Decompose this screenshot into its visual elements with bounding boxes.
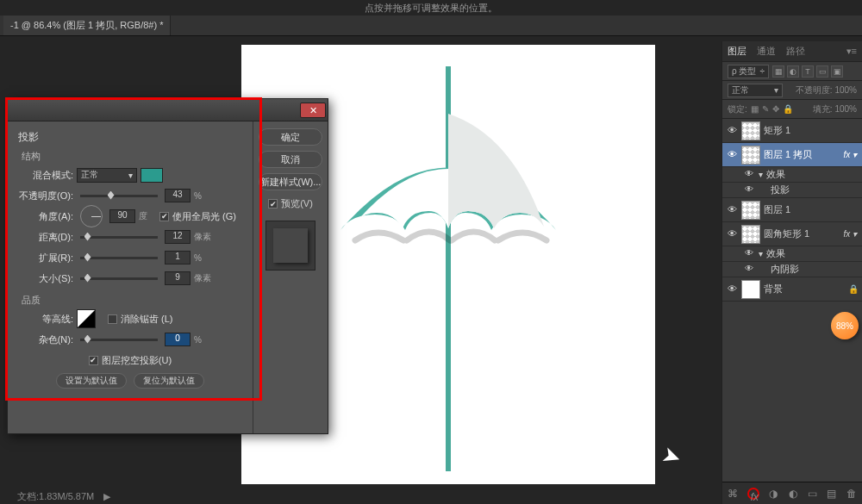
angle-dial[interactable] [80,205,103,227]
fx-badge[interactable]: fx ▾ [843,150,857,159]
visibility-icon[interactable]: 👁 [726,283,738,296]
distance-input[interactable]: 12 [165,230,191,244]
blend-mode-dropdown[interactable]: 正常▾ [77,168,137,183]
doc-size: 文档:1.83M/5.87M [17,491,94,501]
layer-effect-row[interactable]: 👁 内阴影 [722,262,862,277]
zoom-badge[interactable]: 88% [831,312,859,339]
tab-layers[interactable]: 图层 [728,45,746,58]
filter-type-icon[interactable]: T [802,65,814,78]
annotation-arrow: ➤ [658,440,684,472]
visibility-icon[interactable]: 👁 [726,204,738,216]
blend-mode-label: 混合模式: [18,169,73,182]
filter-shape-icon[interactable]: ▭ [816,65,828,78]
tab-paths[interactable]: 路径 [786,45,805,58]
layer-style-dialog: ✕ 投影 结构 混合模式: 正常▾ 不透明度(O): 43 % 角度(A) [7,98,328,434]
antialias-label: 消除锯齿 (L) [121,313,173,326]
size-label: 大小(S): [18,272,73,285]
status-bar: 文档:1.83M/5.87M ▶ [17,488,110,504]
visibility-icon[interactable]: 👁 [743,184,755,196]
size-input[interactable]: 9 [165,271,191,285]
tab-channels[interactable]: 通道 [757,45,776,58]
set-default-button[interactable]: 设置为默认值 [56,373,127,389]
layer-row[interactable]: 👁 图层 1 [722,198,862,222]
layer-row[interactable]: 👁 矩形 1 [722,119,862,143]
dialog-titlebar[interactable]: ✕ [8,99,328,121]
visibility-icon[interactable]: 👁 [726,125,738,137]
global-light-label: 使用全局光 (G) [172,210,236,223]
umbrella-art [323,66,573,480]
blend-opacity-row: 正常▾ 不透明度: 100% [722,81,862,100]
preview-checkbox[interactable] [268,199,278,208]
filter-smart-icon[interactable]: ▣ [831,65,843,78]
noise-label: 杂色(N): [18,333,73,346]
panel-menu-icon[interactable]: ▾≡ [846,46,857,57]
filter-pixel-icon[interactable]: ▦ [772,65,784,78]
cancel-button[interactable]: 取消 [259,151,322,168]
dialog-settings: 投影 结构 混合模式: 正常▾ 不透明度(O): 43 % 角度(A): 90 [8,121,253,433]
layer-row[interactable]: 👁 圆角矩形 1 fx ▾ [722,222,862,246]
add-mask-icon[interactable]: ◑ [768,488,779,500]
new-group-icon[interactable]: ▭ [807,488,818,500]
layer-row[interactable]: 👁 背景 🔒 [722,277,862,302]
visibility-icon[interactable]: 👁 [743,264,755,276]
layer-effect-row[interactable]: 👁 ▾ 效果 [722,167,862,183]
lock-paint-icon[interactable]: ✎ [762,104,769,114]
shadow-color-swatch[interactable] [141,168,163,183]
quality-group: 品质 [18,294,242,307]
link-layers-icon[interactable]: ⌘ [728,488,739,500]
lock-all-icon[interactable]: 🔒 [783,104,793,114]
layer-effect-row[interactable]: 👁 ▾ 效果 [722,246,862,262]
global-light-checkbox[interactable] [159,212,169,221]
layer-row[interactable]: 👁 图层 1 拷贝 fx ▾ [722,143,862,167]
layer-thumb [741,280,760,299]
close-button[interactable]: ✕ [300,103,326,118]
filter-kind-select[interactable]: ρ 类型÷ [728,65,769,78]
visibility-icon[interactable]: 👁 [743,248,755,260]
contour-label: 等高线: [18,313,73,326]
opacity-input[interactable]: 43 [165,189,191,202]
preview-label: 预览(V) [281,197,313,210]
lock-pos-icon[interactable]: ✥ [772,104,779,114]
preview-thumbnail [265,221,315,271]
layer-effect-row[interactable]: 👁 投影 [722,183,862,198]
new-layer-icon[interactable]: ▤ [827,488,838,500]
knockout-checkbox[interactable] [89,356,98,365]
layer-thumb [741,225,760,244]
opacity-label: 不透明度(O): [18,190,73,202]
ok-button[interactable]: 确定 [259,128,322,146]
document-tab[interactable]: -1 @ 86.4% (图层 1 拷贝, RGB/8#) * [3,16,171,35]
delete-layer-icon[interactable]: 🗑 [846,488,857,500]
lock-fill-row: 锁定: ▦ ✎ ✥ 🔒 填充: 100% [722,100,862,119]
lock-icon: 🔒 [848,284,859,294]
filter-adjust-icon[interactable]: ◐ [787,65,799,78]
contour-picker[interactable] [77,309,96,328]
visibility-icon[interactable]: 👁 [743,169,755,181]
new-style-button[interactable]: 新建样式(W)... [259,173,322,190]
lock-trans-icon[interactable]: ▦ [751,104,759,114]
spread-input[interactable]: 1 [165,251,191,264]
hint-text: 点按并拖移可调整效果的位置。 [365,3,497,13]
distance-label: 距离(D): [18,231,73,244]
angle-input[interactable]: 90 [109,209,135,223]
antialias-checkbox[interactable] [108,314,117,324]
document-tabs: -1 @ 86.4% (图层 1 拷贝, RGB/8#) * [0,16,862,36]
size-slider[interactable] [80,277,158,280]
new-adjust-icon[interactable]: ◐ [787,488,798,500]
spread-slider[interactable] [80,257,158,259]
layer-thumb [741,121,760,140]
visibility-icon[interactable]: 👁 [726,149,738,161]
reset-default-button[interactable]: 复位为默认值 [134,373,204,389]
structure-group: 结构 [18,150,242,163]
fx-badge[interactable]: fx ▾ [843,229,857,239]
layers-bottom-toolbar: ⌘ fx ◑ ◐ ▭ ▤ 🗑 [722,482,862,504]
add-fx-icon[interactable]: fx [747,488,759,500]
visibility-icon[interactable]: 👁 [726,228,738,240]
section-title: 投影 [18,130,242,145]
app-hint-bar: 点按并拖移可调整效果的位置。 [0,0,862,16]
distance-slider[interactable] [80,236,158,239]
layer-filter-row: ρ 类型÷ ▦ ◐ T ▭ ▣ [722,62,862,81]
opacity-slider[interactable] [80,195,158,197]
noise-slider[interactable] [80,339,158,341]
noise-input[interactable]: 0 [165,333,191,346]
layer-blend-select[interactable]: 正常▾ [728,84,783,97]
